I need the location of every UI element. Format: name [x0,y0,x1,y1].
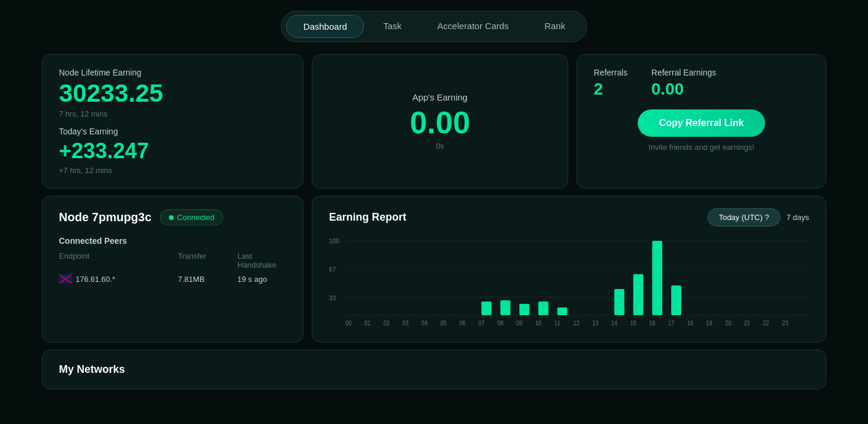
app-earning-time: 0s [436,142,444,150]
svg-text:14: 14 [611,320,618,326]
copy-referral-link-button[interactable]: Copy Referral Link [638,109,765,137]
referral-stats-row: Referrals 2 Referral Earnings 0.00 [594,68,809,99]
svg-text:03: 03 [402,320,408,326]
lifetime-earning-value: 30233.25 [59,80,286,107]
svg-text:19: 19 [706,320,712,326]
connected-dot [169,215,174,220]
connected-label: Connected [177,213,215,222]
networks-card: My Networks [42,350,826,390]
col-transfer: Transfer [178,252,237,269]
svg-text:10: 10 [535,320,542,326]
networks-title: My Networks [59,363,809,376]
svg-text:05: 05 [440,320,446,326]
connected-badge: Connected [160,209,224,225]
svg-rect-16 [519,304,529,315]
top-row: Node Lifetime Earning 30233.25 7 hrs, 12… [42,54,826,189]
svg-text:04: 04 [421,320,428,326]
app-earning-label: App's Earning [412,92,468,102]
svg-rect-24 [671,285,681,315]
node-header: Node 7pmupg3c Connected [59,209,286,225]
invite-text: Invite friends and get earnings! [648,143,754,152]
svg-text:16: 16 [649,320,655,326]
chart-card: Earning Report Today (UTC) ? 7 days 100 … [312,196,826,343]
chart-controls: Today (UTC) ? 7 days [707,208,809,227]
referral-earnings-value: 0.00 [651,80,684,99]
transfer-value: 7.81MB [178,275,237,284]
chart-title: Earning Report [329,211,406,224]
svg-text:07: 07 [478,320,484,326]
endpoint-cell: 176.61.60.* [59,274,178,284]
svg-text:12: 12 [573,320,579,326]
nav-item-dashboard[interactable]: Dashboard [286,15,364,38]
svg-text:20: 20 [725,320,732,326]
peers-table-header: Endpoint Transfer Last Handshake [59,252,286,269]
node-name: Node 7pmupg3c [59,211,152,224]
top-navigation: Dashboard Task Accelerator Cards Rank [0,0,868,48]
referral-earnings-col: Referral Earnings 0.00 [651,68,716,99]
col-endpoint: Endpoint [59,252,178,269]
handshake-value: 19 s ago [237,275,286,284]
svg-text:23: 23 [782,320,788,326]
col-handshake: Last Handshake [237,252,286,269]
svg-text:17: 17 [668,320,674,326]
svg-text:08: 08 [497,320,503,326]
svg-rect-15 [500,300,510,315]
svg-rect-14 [481,301,491,315]
nav-item-task[interactable]: Task [366,15,418,38]
svg-rect-17 [538,301,549,315]
svg-rect-21 [615,289,625,315]
today-utc-button[interactable]: Today (UTC) ? [707,208,781,227]
svg-text:06: 06 [459,320,465,326]
svg-text:00: 00 [346,320,352,326]
endpoint-value: 176.61.60.* [76,275,115,284]
svg-text:67: 67 [329,266,336,273]
lifetime-earning-time: 7 hrs, 12 mins [59,109,286,118]
bar-chart: 100 67 33 [329,235,809,330]
svg-text:09: 09 [516,320,522,326]
svg-text:13: 13 [592,320,598,326]
today-earning-title: Today's Earning [59,127,286,136]
today-earning-time: +7 hrs, 12 mins [59,166,286,175]
referral-earnings-label: Referral Earnings [651,68,716,77]
nav-item-accelerator-cards[interactable]: Accelerator Cards [421,15,525,38]
chart-header: Earning Report Today (UTC) ? 7 days [329,208,809,227]
svg-rect-18 [557,307,568,315]
svg-text:22: 22 [763,320,769,326]
peers-title: Connected Peers [59,236,286,246]
svg-rect-23 [652,241,662,315]
nav-item-rank[interactable]: Rank [528,15,582,38]
svg-text:18: 18 [687,320,693,326]
svg-text:01: 01 [365,320,371,326]
lifetime-earning-title: Node Lifetime Earning [59,68,286,77]
lifetime-earning-card: Node Lifetime Earning 30233.25 7 hrs, 12… [42,54,303,189]
svg-text:33: 33 [329,294,336,301]
svg-text:100: 100 [329,237,339,244]
svg-text:21: 21 [744,320,750,326]
app-earning-card: App's Earning 0.00 0s [312,54,568,189]
referrals-label: Referrals [594,68,628,77]
referral-card: Referrals 2 Referral Earnings 0.00 Copy … [576,54,826,189]
seven-days-button[interactable]: 7 days [786,213,809,222]
node-card: Node 7pmupg3c Connected Connected Peers … [42,196,303,343]
flag-au-icon [59,274,72,284]
svg-text:02: 02 [383,320,389,326]
svg-text:15: 15 [630,320,636,326]
svg-text:11: 11 [554,320,560,326]
table-row: 176.61.60.* 7.81MB 19 s ago [59,274,286,284]
main-content: Node Lifetime Earning 30233.25 7 hrs, 12… [0,48,868,395]
referrals-col: Referrals 2 [594,68,628,99]
nav-bar: Dashboard Task Accelerator Cards Rank [281,11,587,42]
referrals-value: 2 [594,80,603,99]
chart-area: 100 67 33 [329,235,809,330]
bottom-row: Node 7pmupg3c Connected Connected Peers … [42,196,826,343]
app-earning-value: 0.00 [410,107,470,138]
svg-rect-22 [633,274,643,315]
today-earning-value: +233.247 [59,139,286,164]
